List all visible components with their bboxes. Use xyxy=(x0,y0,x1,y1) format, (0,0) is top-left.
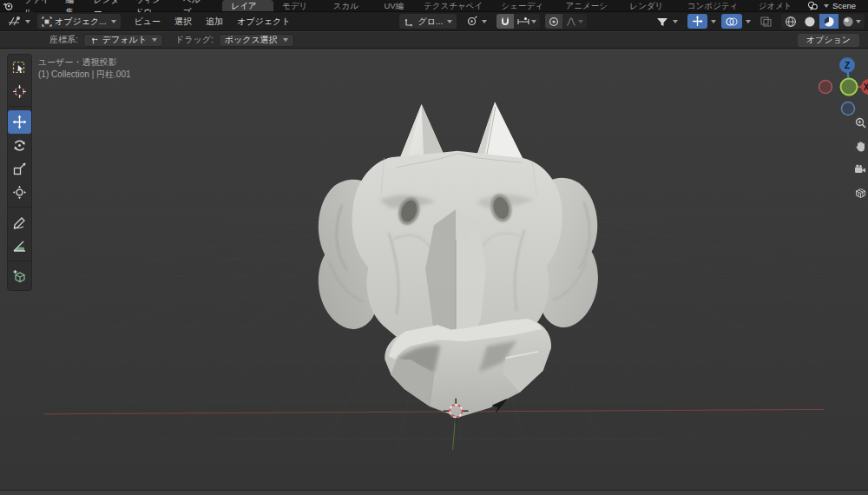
wireframe-sphere-icon xyxy=(785,16,797,28)
display-options-group xyxy=(652,14,865,29)
drag-mode-dropdown[interactable]: ボックス選択 xyxy=(219,34,294,47)
snap-toggle-button[interactable] xyxy=(496,14,514,29)
tab-sculpt[interactable]: スカルプト xyxy=(325,0,376,11)
shading-rendered-button[interactable] xyxy=(838,14,865,29)
show-overlays-toggle[interactable] xyxy=(721,14,742,29)
shading-solid-button[interactable] xyxy=(800,14,819,29)
snapping-group xyxy=(496,14,540,29)
chevron-down-icon xyxy=(25,20,30,23)
proportional-edit-toggle[interactable] xyxy=(545,14,562,29)
tab-rendering[interactable]: レンダリング xyxy=(621,0,678,11)
orientation-axes-icon xyxy=(404,16,415,27)
camera-view-button[interactable] xyxy=(852,162,868,177)
tab-layout[interactable]: レイアウト xyxy=(222,0,273,11)
chevron-down-icon xyxy=(447,20,452,23)
chevron-down-icon xyxy=(578,20,583,23)
overlays-icon xyxy=(726,16,738,27)
overlays-dropdown-chevron[interactable] xyxy=(746,20,751,23)
menu-select[interactable]: 選択 xyxy=(168,16,199,28)
toggle-ortho-button[interactable] xyxy=(852,185,868,201)
viewport-header: オブジェク... ビュー 選択 追加 オブジェクト グロ... xyxy=(0,12,868,31)
tool-select-box[interactable] xyxy=(8,56,31,80)
menu-view[interactable]: ビュー xyxy=(128,16,168,28)
pan-view-button[interactable] xyxy=(852,138,868,154)
options-button[interactable]: オプション xyxy=(798,34,859,47)
transform-snap-group: グロ... xyxy=(399,14,587,29)
tool-measure[interactable] xyxy=(8,234,31,258)
tool-rotate[interactable] xyxy=(8,134,31,157)
active-object-label: (1) Collection | 円柱.001 xyxy=(38,69,131,81)
toggle-xray-button[interactable] xyxy=(756,14,776,29)
toolbar xyxy=(7,54,32,291)
editor-type-button[interactable] xyxy=(3,14,35,29)
snap-increment-icon xyxy=(517,16,529,27)
object-mode-icon xyxy=(42,16,52,27)
shading-wireframe-button[interactable] xyxy=(781,14,800,29)
zoom-view-button[interactable] xyxy=(852,115,868,130)
chevron-down-icon xyxy=(283,38,288,42)
tab-compositing[interactable]: コンポジティング xyxy=(679,0,750,11)
proportional-falloff-dropdown[interactable] xyxy=(562,14,587,29)
rendered-sphere-icon xyxy=(842,16,854,28)
tab-texture-paint[interactable]: テクスチャペイント xyxy=(415,0,493,11)
coord-system-label: 座標系: xyxy=(49,34,78,46)
blender-window: ファイル 編集 レンダー ウィンドウ ヘルプ レイアウト モデリング スカルプト… xyxy=(0,0,868,495)
gizmo-axis-y[interactable] xyxy=(841,79,858,96)
coord-system-dropdown[interactable]: デフォルト xyxy=(83,34,163,47)
gizmo-x-label: X xyxy=(864,82,868,92)
pivot-point-dropdown[interactable] xyxy=(462,14,491,29)
tab-shading[interactable]: シェーディング xyxy=(493,0,557,11)
view-controls xyxy=(852,115,868,201)
topbar: ファイル 編集 レンダー ウィンドウ ヘルプ レイアウト モデリング スカルプト… xyxy=(0,0,868,12)
transform-orientation-dropdown[interactable]: グロ... xyxy=(399,14,457,29)
coord-system-value: デフォルト xyxy=(102,34,147,46)
tool-scale[interactable] xyxy=(8,157,31,181)
cursor-transform-icon xyxy=(89,36,99,45)
snap-target-dropdown[interactable] xyxy=(514,14,540,29)
drag-mode-value: ボックス選択 xyxy=(225,34,278,46)
view-projection-label: ユーザー・透視投影 xyxy=(38,56,131,69)
shading-material-button[interactable] xyxy=(819,14,838,29)
blender-logo-icon[interactable] xyxy=(0,0,16,11)
tab-animation[interactable]: アニメーション xyxy=(557,0,621,11)
menu-object[interactable]: オブジェクト xyxy=(230,16,297,28)
chevron-down-icon xyxy=(152,38,157,42)
tool-cursor[interactable] xyxy=(8,80,31,103)
gizmo-z-label: Z xyxy=(845,61,850,70)
chevron-down-icon xyxy=(531,20,536,23)
solid-sphere-icon xyxy=(804,16,816,28)
object-visibility-dropdown[interactable] xyxy=(652,14,682,29)
gizmo-axis-neg-x[interactable] xyxy=(819,81,832,94)
workspace-tabs: レイアウト モデリング スカルプト UV編集 テクスチャペイント シェーディング… xyxy=(222,0,807,11)
proportional-edit-group xyxy=(545,14,587,29)
tab-modeling[interactable]: モデリング xyxy=(273,0,325,11)
viewport-info-overlay: ユーザー・透視投影 (1) Collection | 円柱.001 xyxy=(38,56,131,81)
viewport-editor-icon xyxy=(8,16,21,27)
show-gizmo-toggle[interactable] xyxy=(687,14,707,29)
tool-add-cube[interactable] xyxy=(8,265,31,288)
tool-transform[interactable] xyxy=(8,181,31,204)
menu-add[interactable]: 追加 xyxy=(199,16,230,28)
shading-dropdown-chevron[interactable] xyxy=(856,20,861,23)
tool-move[interactable] xyxy=(8,110,31,134)
scene-icon xyxy=(807,1,819,10)
creature-head-model[interactable] xyxy=(319,102,598,417)
options-label: オプション xyxy=(806,34,851,46)
gizmo-dropdown-chevron[interactable] xyxy=(711,20,716,23)
viewport-3d[interactable]: ユーザー・透視投影 (1) Collection | 円柱.001 xyxy=(0,50,868,490)
tab-uv-edit[interactable]: UV編集 xyxy=(375,0,415,11)
tab-geometry-nodes[interactable]: ジオメトリノ xyxy=(750,0,807,11)
proportional-circle-icon xyxy=(549,16,559,27)
falloff-curve-icon xyxy=(566,16,576,27)
drag-label: ドラッグ: xyxy=(175,34,214,46)
mode-label: オブジェク... xyxy=(55,16,107,28)
tool-annotate[interactable] xyxy=(8,211,31,234)
chevron-down-icon xyxy=(482,20,487,23)
gizmo-axis-neg-z[interactable] xyxy=(842,102,855,116)
mode-selector[interactable]: オブジェク... xyxy=(37,14,121,29)
tool-settings-bar: 座標系: デフォルト ドラッグ: ボックス選択 オプション xyxy=(0,32,868,49)
visibility-funnel-icon xyxy=(656,16,668,27)
chevron-down-icon xyxy=(673,20,678,23)
gizmo-arrows-icon xyxy=(692,16,703,27)
scene-selector[interactable]: Scene xyxy=(807,0,868,11)
